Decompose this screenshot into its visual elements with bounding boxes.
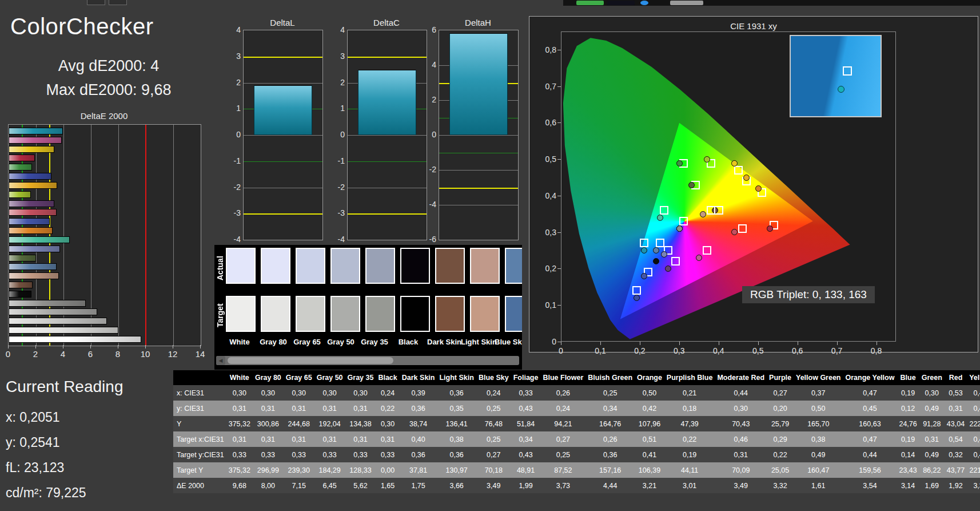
cell-x-foliage: 0,33 (511, 385, 541, 401)
page-title: ColorChecker (10, 14, 154, 39)
gridline-y--2 (439, 170, 518, 171)
cell-de-blue: 3,14 (897, 478, 919, 493)
swatch-target-0 (226, 296, 256, 332)
cell-ty-orange: 0,41 (635, 447, 664, 462)
deltae-bar-light-skin (9, 272, 59, 279)
deltac-title: DeltaC (346, 18, 427, 27)
cell-ty-purplish-blue: 0,19 (664, 447, 715, 462)
table-row-tx: Target x:CIE310,310,310,310,310,310,310,… (173, 431, 980, 447)
cell-tY-orange-yellow: 159,56 (843, 462, 897, 478)
cell-ty-moderate-red: 0,31 (715, 447, 767, 462)
gridline-y-0 (439, 135, 518, 136)
actual-row-label: Actual (216, 251, 225, 286)
deltae-bar-white (9, 336, 141, 343)
x-tick-label-0: 0 (0, 349, 17, 359)
window-chip-1[interactable] (607, 1, 635, 5)
gridline-y-2 (244, 83, 322, 84)
deltaH-ytick-6: 6 (424, 25, 436, 34)
cie-measured-point-bluish-green (657, 215, 663, 221)
deltaH-bar (449, 33, 508, 135)
col-header-black: Black (376, 370, 399, 385)
cell-tx-light-skin: 0,38 (437, 431, 476, 447)
col-header-purplish-blue: Purplish Blue (664, 370, 715, 385)
cell-de-gray-35: 5,62 (345, 478, 376, 493)
swatch-scrollbar[interactable]: ◀ (216, 356, 519, 365)
deltae-bar-orange (9, 227, 53, 234)
row-label-Y: Y (173, 416, 226, 431)
cell-de-purple: 3,32 (767, 478, 794, 493)
deltae-bar-gray-50 (9, 308, 97, 315)
cell-x-blue: 0,19 (897, 385, 919, 401)
cell-y-gray-80: 0,31 (253, 401, 284, 416)
gridline-y--1 (244, 161, 322, 162)
current-reading-y: y: 0,2541 (6, 435, 60, 450)
row-label-tx: Target x:CIE31 (173, 431, 226, 447)
cell-Y-black: 0,30 (376, 416, 399, 431)
cie-ytick-0,5: 0,5 (541, 155, 556, 164)
avg-de2000-value: Avg dE2000: 4 (0, 57, 217, 75)
swatch-label-6: Dark Skin (427, 338, 457, 346)
cell-Y-yellow: 222,29 (967, 416, 980, 431)
cell-de-purplish-blue: 3,01 (664, 478, 715, 493)
cell-y-green: 0,49 (919, 401, 945, 416)
window-tab-stub[interactable] (87, 0, 105, 5)
deltaH-ytick--2: -2 (424, 165, 436, 174)
current-reading-cdm2: cd/m²: 79,225 (6, 485, 86, 501)
deltae-bar-purple (9, 200, 54, 207)
swatch-target-4 (365, 296, 395, 332)
cell-tx-orange-yellow: 0,47 (843, 431, 897, 447)
window-tab-stub-2[interactable] (109, 0, 127, 5)
cell-y-orange-yellow: 0,45 (843, 401, 897, 416)
cie-target-point-magenta (703, 246, 711, 255)
cell-ty-white: 0,33 (226, 447, 253, 462)
cie-chart-title: CIE 1931 xy (529, 21, 978, 31)
gridline-y--1 (348, 161, 427, 162)
scrollbar-thumb[interactable] (228, 357, 393, 364)
gridline-y--3 (244, 213, 322, 215)
cell-de-red: 1,92 (945, 478, 967, 493)
table-row-tY: Target Y375,32296,99239,30184,29128,330,… (173, 462, 980, 478)
cell-y-purple: 0,20 (767, 401, 794, 416)
window-chip-3[interactable] (670, 1, 703, 5)
deltaC-ytick-1: 1 (332, 104, 345, 113)
deltae-bar-orange-yellow (9, 182, 57, 189)
col-header-light-skin: Light Skin (437, 370, 476, 385)
cell-ty-gray-50: 0,33 (314, 447, 345, 462)
cell-x-yellow: 0,44 (967, 385, 980, 401)
window-chip-2[interactable] (640, 1, 648, 5)
cell-tx-dark-skin: 0,40 (400, 431, 437, 447)
cell-Y-gray-65: 244,68 (284, 416, 314, 431)
cell-Y-white: 375,32 (226, 416, 253, 431)
window-chip-0[interactable] (576, 1, 604, 5)
scrollbar-left-arrow-icon[interactable]: ◀ (216, 356, 225, 365)
cell-Y-blue: 24,76 (897, 416, 919, 431)
cell-tY-yellow: 221,30 (967, 462, 980, 478)
swatch-actual-0 (226, 248, 256, 284)
cie-xtick-0,5: 0,5 (750, 346, 767, 355)
cell-tx-white: 0,31 (226, 431, 253, 447)
cell-tY-blue-flower: 87,52 (540, 462, 585, 478)
swatch-actual-2 (296, 248, 325, 284)
cell-y-yellow: 0,49 (967, 401, 980, 416)
cell-tx-gray-50: 0,31 (314, 431, 345, 447)
deltaL-ytick-2: 2 (228, 78, 241, 87)
cell-de-black: 1,65 (376, 478, 399, 493)
swatch-target-1 (261, 296, 290, 332)
row-label-de: ΔE 2000 (173, 478, 226, 493)
deltaL-ytick--2: -2 (228, 183, 241, 192)
cell-tx-blue-sky: 0,25 (476, 431, 511, 447)
cell-tY-blue: 23,43 (897, 462, 919, 478)
table-row-y: y: CIE310,310,310,310,310,310,220,360,35… (173, 401, 980, 416)
deltaL-ytick--4: -4 (228, 235, 241, 244)
cell-tx-green: 0,31 (919, 431, 945, 447)
deltaH-ytick-0: 0 (424, 130, 436, 139)
cell-Y-orange: 107,96 (635, 416, 664, 431)
cie-ytick-0,4: 0,4 (541, 191, 556, 200)
cie-xtick-0,3: 0,3 (671, 346, 688, 355)
cie-ytick-0,8: 0,8 (541, 45, 556, 54)
swatch-label-8: Blue Sky (495, 338, 522, 346)
rgb-triplet-readout: RGB Triplet: 0, 133, 163 (742, 286, 875, 303)
cell-x-bluish-green: 0,25 (585, 385, 635, 401)
deltaC-bar (358, 70, 416, 135)
col-header-dark-skin: Dark Skin (400, 370, 437, 385)
